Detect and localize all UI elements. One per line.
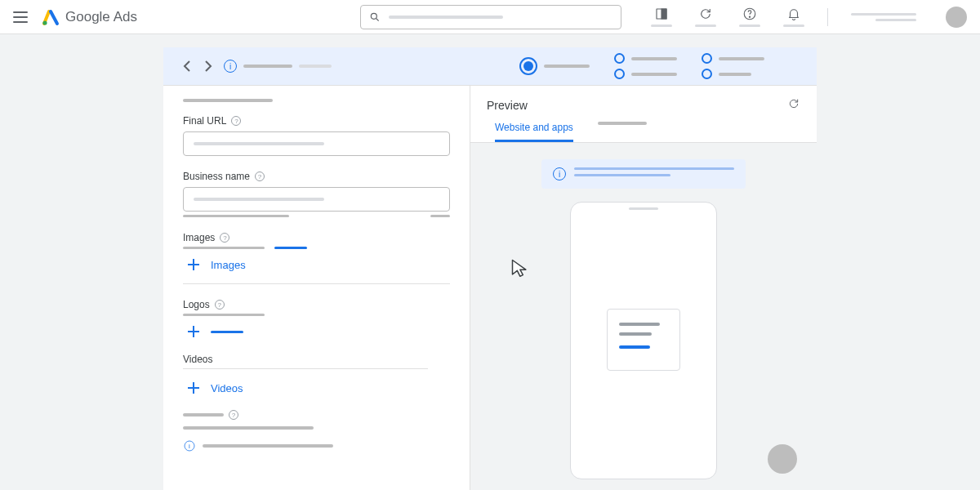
step-current[interactable] (519, 57, 590, 75)
stepper (519, 53, 764, 79)
google-ads-logo-icon (41, 7, 60, 27)
images-label: Images ? (183, 232, 450, 243)
menu-icon[interactable] (13, 11, 28, 23)
help-icon[interactable]: ? (229, 410, 238, 420)
logos-helper (183, 314, 265, 316)
tab-website-and-apps[interactable]: Website and apps (495, 122, 573, 142)
final-url-label: Final URL ? (183, 115, 450, 127)
plus-icon (186, 257, 201, 272)
refresh-button[interactable] (695, 7, 716, 27)
appearance-button[interactable] (651, 7, 672, 27)
svg-line-2 (376, 18, 379, 20)
refresh-icon (698, 7, 713, 21)
field-helper-text (183, 215, 450, 217)
final-url-input[interactable] (183, 131, 450, 156)
product-logo[interactable]: Google Ads (41, 7, 137, 27)
svg-point-0 (42, 20, 47, 24)
headline-label: ? (183, 410, 450, 420)
phone-mockup (570, 202, 717, 479)
ad-form: Final URL ? Business name ? Images ? Ima… (163, 86, 470, 490)
help-icon[interactable]: ? (231, 116, 241, 126)
preview-canvas: i (470, 143, 817, 490)
help-button[interactable] (739, 7, 760, 27)
svg-point-6 (749, 16, 750, 17)
logos-label: Logos ? (183, 299, 450, 310)
videos-label: Videos (183, 354, 450, 365)
step-item[interactable] (614, 53, 677, 64)
ad-card-preview (607, 309, 680, 371)
preview-info-banner: i (541, 159, 746, 189)
campaign-stepper-bar: i (163, 47, 817, 85)
help-icon[interactable]: ? (255, 172, 265, 181)
plus-icon (186, 324, 201, 339)
step-item[interactable] (702, 69, 764, 79)
help-icon[interactable]: ? (220, 233, 229, 243)
section-heading (183, 99, 273, 102)
svg-rect-4 (662, 9, 666, 19)
info-icon[interactable]: i (224, 60, 237, 73)
product-name: Google Ads (65, 9, 137, 25)
app-bar: Google Ads (0, 0, 980, 34)
info-icon: i (553, 167, 566, 180)
preview-title: Preview (487, 99, 528, 112)
main-panel: Final URL ? Business name ? Images ? Ima… (163, 85, 817, 490)
avatar[interactable] (946, 7, 967, 28)
forward-icon[interactable] (204, 60, 212, 72)
bell-icon (786, 7, 801, 21)
preview-panel: Preview Website and apps i (470, 86, 817, 490)
preview-tabs: Website and apps (470, 114, 817, 143)
floating-action-button[interactable] (768, 444, 797, 474)
account-label (851, 13, 916, 21)
preview-refresh-button[interactable] (787, 97, 800, 114)
add-images-button[interactable]: Images (186, 257, 450, 272)
helper-text (183, 426, 314, 430)
add-logos-button[interactable] (186, 324, 450, 339)
cursor-icon (510, 257, 532, 280)
more-info-row: i (183, 439, 450, 452)
search-placeholder (389, 16, 503, 19)
step-active-indicator (519, 57, 537, 75)
info-icon[interactable]: i (185, 441, 195, 452)
business-name-input[interactable] (183, 187, 450, 212)
search-input[interactable] (360, 5, 621, 29)
business-name-label: Business name ? (183, 171, 450, 182)
add-videos-button[interactable]: Videos (186, 381, 450, 395)
appearance-icon (654, 7, 669, 21)
breadcrumb-item (299, 65, 332, 68)
help-icon[interactable]: ? (215, 300, 225, 310)
help-icon (742, 7, 757, 21)
plus-icon (186, 381, 201, 395)
breadcrumb-item (243, 65, 292, 68)
notifications-button[interactable] (783, 7, 804, 27)
images-subtabs (183, 247, 450, 249)
search-icon (369, 11, 381, 23)
svg-point-1 (371, 13, 376, 19)
back-icon[interactable] (183, 60, 191, 72)
step-item[interactable] (702, 53, 764, 64)
tab-secondary[interactable] (598, 122, 647, 142)
step-item[interactable] (614, 69, 677, 79)
